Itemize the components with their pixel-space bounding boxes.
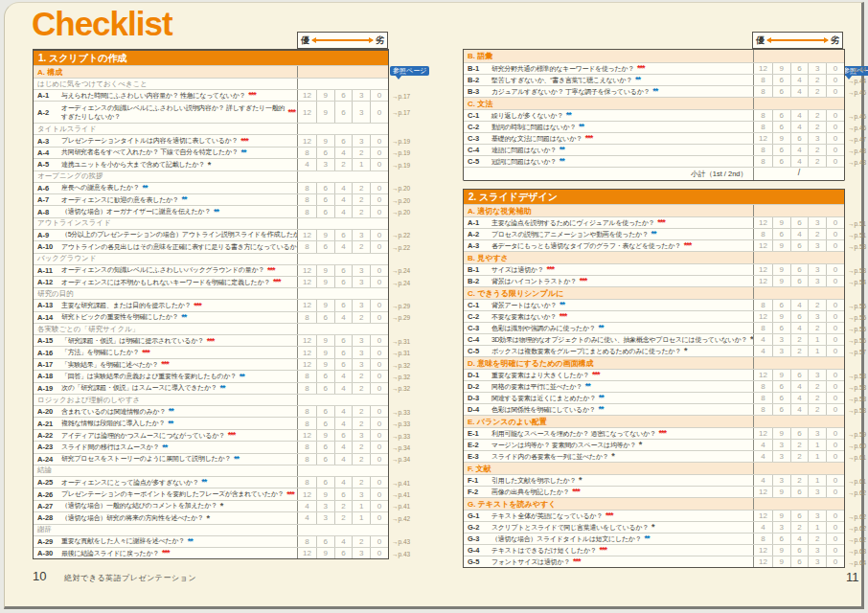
scale-arrow-icon (312, 39, 373, 41)
row-text: C-1繰り返しが多くないか？** (464, 110, 753, 121)
importance-stars: ** (560, 303, 564, 307)
item-text: 含まれているのは関連情報のみか？ (61, 407, 166, 417)
importance-stars: *** (592, 373, 600, 377)
score-cell: 6 (316, 442, 334, 452)
page-ref: →p.24 (392, 267, 410, 274)
score-cell: 0 (826, 229, 844, 239)
score-cell: 6 (334, 90, 353, 101)
score-cell: 0 (370, 148, 388, 158)
score-cell: 4 (298, 159, 316, 170)
row-text: A-12オーディエンスには不明かもしれないキーワードを明確に定義したか？*** (34, 277, 297, 287)
row-text: A-19次の「研究課題・仮説」はスムースに導入できたか？** (34, 383, 297, 394)
page-ref: →p.41 (392, 491, 410, 498)
score-cell: 8 (298, 383, 316, 394)
page-ref: →p.31 (392, 337, 410, 344)
item-text: フォントサイズは適切か？ (491, 557, 570, 567)
score-cell: 4 (790, 393, 809, 403)
checklist-item-row: A-26プレゼンテーションのキーポイントを要約したフレーズが含まれていたか？**… (34, 488, 388, 499)
row-text: タイトルスライド (34, 124, 297, 134)
score-cell: 6 (316, 371, 334, 381)
row-text: C-43D効果は物理的なオブジェクトのみに使い、抽象概念やプロセスには使っていな… (464, 334, 753, 345)
score-area: 86420 (297, 371, 388, 381)
score-cell: 0 (370, 159, 388, 170)
score-cell: 6 (772, 393, 790, 403)
score-area: 86420 (297, 183, 388, 193)
item-code: E-3 (468, 452, 491, 461)
page-ref: →p.44 (848, 65, 866, 72)
item-text: 3D効果は物理的なオブジェクトのみに使い、抽象概念やプロセスには使っていないか？ (491, 335, 747, 345)
item-text: 繰り返しが多くないか？ (491, 111, 563, 121)
score-cell: 0 (826, 122, 844, 132)
importance-stars: *** (580, 279, 587, 284)
subsection-title: E. バランスのよい配置 (468, 417, 547, 427)
score-cell: 9 (772, 264, 790, 275)
item-text: スライド間の移行はスムースか？ (61, 443, 159, 452)
score-cell: 4 (334, 418, 353, 428)
score-cell: 6 (334, 300, 353, 310)
score-cell: 12 (298, 488, 316, 499)
row-text: A-24研究プロセスをストーリーのように展開して説明したか？** (34, 454, 297, 465)
item-code: A-21 (37, 420, 61, 428)
score-cell: 0 (826, 334, 844, 345)
score-cell: 0 (826, 323, 844, 333)
score-area: 43210 (297, 159, 388, 170)
item-code: F-2 (468, 488, 491, 496)
item-code: C-5 (468, 347, 491, 355)
row-text: G-3（適切な場合）スライドタイトルは短文にしたか？** (464, 534, 753, 544)
item-text: 背景はハイコントラストか？ (491, 277, 577, 286)
score-cell: 0 (826, 346, 844, 356)
importance-stars: * (579, 478, 582, 483)
score-cell: 2 (790, 334, 809, 345)
item-text: オーディエンスにとって論点が多すぎないか？ (61, 478, 198, 488)
score-cell: 0 (370, 230, 388, 240)
importance-stars: ** (566, 113, 571, 118)
checklist-item-row: E-1利用可能なスペースを埋めたか？ 過密になってないか？***129630→p… (464, 427, 844, 439)
importance-stars: ** (652, 89, 657, 94)
score-cell: 6 (772, 86, 790, 97)
item-code: A-3 (468, 241, 491, 250)
score-area (297, 324, 388, 334)
importance-stars: ** (240, 375, 244, 379)
item-code: B-3 (468, 87, 491, 96)
checklist-item-row: A-22アイディアは論理的かつスムースにつながっているか？***129630→p… (34, 429, 388, 441)
checklist-item-row: G-4テキストはできるだけ短くしたか？***129630→p.63 (464, 544, 844, 556)
score-cell: 2 (808, 75, 826, 85)
group-title: 謝辞 (37, 525, 52, 534)
item-text: （適切な場合）スライドタイトルは短文にしたか？ (491, 534, 641, 544)
subsection-title: A. 構成 (37, 67, 62, 78)
item-text: プロセスの説明にアニメーションや動画を使ったか？ (491, 230, 649, 239)
item-code: A-30 (37, 549, 61, 557)
score-cell: 6 (772, 75, 790, 85)
score-cell: 0 (370, 183, 388, 193)
score-cell: 6 (316, 183, 334, 193)
score-area: 86420 (297, 241, 388, 252)
item-text: 連語に問題はないか？ (491, 146, 557, 155)
score-cell: 9 (316, 335, 334, 346)
score-cell: 3 (808, 545, 826, 556)
row-text: C-2動詞の時制に問題はないか？** (464, 122, 753, 132)
score-cell: 4 (334, 454, 353, 465)
page-ref: →p.19 (392, 138, 410, 145)
item-code: C-5 (468, 157, 491, 166)
checklist-item-row: G-3（適切な場合）スライドタイトルは短文にしたか？**86420→p.62 (464, 533, 844, 544)
row-text: B-3カジュアルすぎないか？ 丁寧な調子を保っているか？** (464, 86, 753, 97)
score-cell: 0 (370, 300, 388, 310)
score-cell: 12 (298, 90, 316, 101)
row-text: C-5冠詞に問題はないか？** (464, 156, 753, 167)
table-gap (463, 180, 845, 189)
score-cell: 6 (334, 230, 353, 240)
score-area (297, 171, 388, 182)
score-cell: 6 (334, 265, 353, 276)
score-cell: 4 (790, 122, 809, 132)
importance-stars: ** (214, 210, 218, 215)
score-cell: 3 (352, 230, 370, 240)
checklist-item-row: A-8（適切な場合）オーガナイザーに謝意を伝えたか？**86420→p.20 (34, 205, 388, 216)
item-code: A-23 (37, 443, 61, 451)
checklist-item-row: A-2オーディエンスの知識レベルにふさわしい説明内容か？ 詳しすぎたり一般的すぎ… (34, 101, 388, 123)
score-cell: 8 (754, 86, 772, 97)
importance-stars: *** (572, 489, 580, 494)
book-spread: Checklist 優 劣 参照ページ 1. スクリプトの作成A. 構成はじめに… (4, 2, 864, 609)
item-text: 動詞の時制に問題はないか？ (491, 123, 576, 132)
row-text: G-5フォントサイズは適切か？*** (464, 556, 753, 567)
score-cell: 9 (316, 230, 334, 240)
